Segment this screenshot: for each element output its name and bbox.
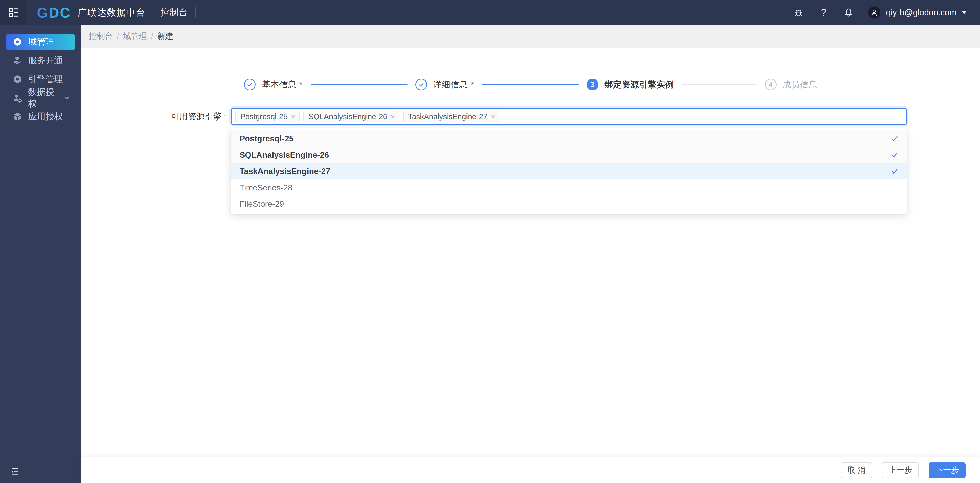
selected-tag: SQLAnalysisEngine-26 ×: [304, 111, 399, 122]
option-label: TimeSeries-28: [240, 183, 293, 192]
user-icon: [870, 8, 878, 17]
main-content: 控制台 / 域管理 / 新建 基本信息 * 详细信息 *: [81, 25, 980, 483]
tag-label: SQLAnalysisEngine-26: [309, 112, 388, 121]
user-email[interactable]: qiy-b@glodon.com: [886, 8, 956, 17]
step-label: 详细信息 *: [433, 79, 474, 91]
breadcrumb-console[interactable]: 控制台: [89, 31, 113, 42]
dropdown-option[interactable]: TimeSeries-28: [231, 180, 907, 196]
product-name: 广联达数据中台: [78, 6, 145, 19]
step-label: 基本信息 *: [262, 79, 303, 91]
sidebar-item-label: 应用授权: [28, 111, 63, 122]
hexagon-dot-icon: [12, 74, 22, 84]
sidebar-item-label: 域管理: [28, 36, 54, 48]
step-basic-info[interactable]: 基本信息 *: [244, 79, 303, 91]
resource-engine-dropdown: Postgresql-25 SQLAnalysisEngine-26 TaskA…: [231, 128, 907, 214]
step-connector: [310, 84, 408, 85]
sidebar-collapse-icon[interactable]: [9, 466, 21, 477]
sidebar-item-label: 服务开通: [28, 55, 63, 67]
sidebar-item-service-activation[interactable]: 服务开通: [6, 52, 75, 69]
topbar-divider: [153, 7, 153, 18]
step-check-icon: [415, 79, 427, 91]
previous-step-button[interactable]: 上一步: [882, 462, 919, 478]
breadcrumb-separator: /: [117, 32, 119, 41]
sidebar-item-app-authorization[interactable]: 应用授权: [6, 108, 75, 125]
option-label: TaskAnalysisEngine-27: [240, 167, 330, 176]
check-icon: [891, 151, 899, 159]
breadcrumb-current-new: 新建: [157, 31, 173, 42]
option-label: FileStore-29: [240, 199, 284, 209]
tag-remove-icon[interactable]: ×: [391, 113, 395, 120]
tag-label: Postgresql-25: [240, 112, 288, 121]
topbar-divider: [195, 7, 196, 18]
help-icon[interactable]: ?: [818, 7, 829, 17]
text-cursor: [504, 112, 505, 121]
cancel-button[interactable]: 取 消: [841, 462, 872, 478]
wizard-footer: 取 消 上一步 下一步: [81, 458, 980, 483]
resource-engine-multiselect[interactable]: Postgresql-25 × SQLAnalysisEngine-26 × T…: [231, 108, 907, 125]
sidebar-item-data-authorization[interactable]: 数据授权: [6, 90, 75, 106]
topnav-console[interactable]: 控制台: [160, 6, 188, 18]
sidebar-item-label: 引擎管理: [28, 73, 63, 85]
notification-bell-icon[interactable]: [843, 7, 854, 17]
option-label: SQLAnalysisEngine-26: [240, 150, 329, 160]
user-avatar[interactable]: [868, 6, 880, 19]
hand-heart-icon: [12, 56, 22, 66]
check-icon: [891, 134, 899, 143]
sidebar: 域管理 服务开通 引擎管理: [0, 25, 81, 483]
next-step-button[interactable]: 下一步: [929, 462, 966, 478]
breadcrumb: 控制台 / 域管理 / 新建: [81, 25, 980, 48]
step-detail-info[interactable]: 详细信息 *: [415, 79, 474, 91]
step-label: 成员信息: [783, 79, 818, 91]
tag-remove-icon[interactable]: ×: [491, 113, 495, 120]
bug-report-icon[interactable]: [794, 7, 803, 17]
step-connector: [482, 84, 579, 85]
resource-engine-label: 可用资源引擎 :: [81, 108, 231, 125]
menu-toggle-button[interactable]: [0, 0, 27, 25]
breadcrumb-separator: /: [151, 32, 153, 41]
layout-menu-icon: [8, 6, 19, 18]
tag-remove-icon[interactable]: ×: [291, 113, 296, 120]
wizard-stepper: 基本信息 * 详细信息 * 3 绑定资源引擎实例 4 成员信息: [81, 79, 980, 91]
step-number: 3: [587, 79, 598, 91]
step-check-icon: [244, 79, 256, 91]
topbar: GDC 广联达数据中台 控制台 ? qiy-b@glodon.com: [0, 0, 980, 25]
user-menu-caret-icon[interactable]: [962, 11, 967, 14]
option-label: Postgresql-25: [240, 134, 294, 143]
check-icon: [891, 167, 899, 175]
step-number: 4: [765, 79, 776, 91]
breadcrumb-domain-management[interactable]: 域管理: [123, 31, 147, 42]
step-label: 绑定资源引擎实例: [605, 79, 674, 91]
form-row-resource-engines: 可用资源引擎 : Postgresql-25 × SQLAnalysisEngi…: [81, 108, 980, 125]
user-gear-icon: [12, 93, 22, 103]
sidebar-item-engine-management[interactable]: 引擎管理: [6, 71, 75, 87]
sidebar-item-label: 数据授权: [28, 86, 57, 110]
cube-icon: [12, 111, 22, 122]
dropdown-option-highlighted[interactable]: TaskAnalysisEngine-27: [231, 163, 907, 180]
selected-tag: TaskAnalysisEngine-27 ×: [403, 111, 500, 122]
step-bind-resource-engines: 3 绑定资源引擎实例: [587, 79, 674, 91]
dropdown-option[interactable]: FileStore-29: [231, 196, 907, 212]
step-member-info: 4 成员信息: [765, 79, 818, 91]
step-connector: [682, 84, 757, 85]
dropdown-option[interactable]: SQLAnalysisEngine-26: [231, 147, 907, 163]
tag-label: TaskAnalysisEngine-27: [408, 112, 487, 121]
hexagon-dot-icon: [12, 37, 22, 47]
chevron-down-icon[interactable]: [63, 94, 70, 102]
brand-logo: GDC: [37, 4, 71, 21]
selected-tag: Postgresql-25 ×: [235, 111, 299, 122]
dropdown-option[interactable]: Postgresql-25: [231, 130, 907, 147]
sidebar-item-domain-management[interactable]: 域管理: [6, 34, 75, 50]
